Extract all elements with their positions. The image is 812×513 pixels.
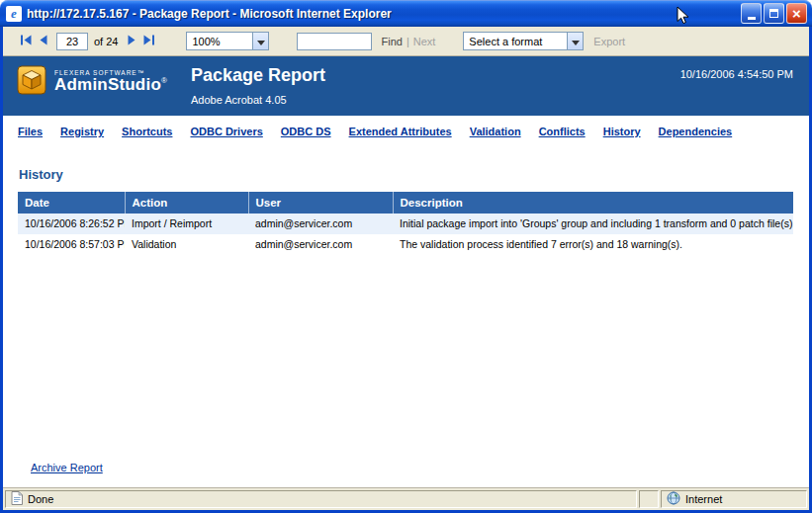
cell-date: 10/16/2006 8:26:52 PM [18,214,125,234]
format-dropdown[interactable]: Select a format [463,32,584,50]
table-row: 10/16/2006 8:57:03 PM Validation admin@s… [18,234,793,255]
first-page-icon [20,34,33,48]
nav-link-conflicts[interactable]: Conflicts [539,126,586,137]
internet-explorer-icon: e [6,6,22,22]
find-next-button[interactable]: Next [413,36,436,47]
adminstudio-logo: FLEXERA SOFTWARE™ AdminStudio® [17,65,177,99]
window-controls: × [741,3,807,24]
package-name: Adobe Acrobat 4.05 [191,94,325,106]
cell-action: Validation [125,234,248,255]
status-text: Done [28,493,53,505]
minimize-icon [748,17,756,20]
zoom-dropdown-button[interactable] [252,33,268,49]
column-header-description: Description [393,192,793,214]
page-title: Package Report [191,65,325,85]
report-toolbar: of 24 100% Find | Next Select a format [3,27,809,56]
nav-link-shortcuts[interactable]: Shortcuts [122,126,172,137]
cell-user: admin@servicer.com [248,234,393,255]
export-button[interactable]: Export [593,36,625,47]
close-icon: × [792,6,801,21]
nav-link-files[interactable]: Files [18,126,43,137]
internet-globe-icon [667,491,680,507]
nav-link-dependencies[interactable]: Dependencies [659,126,733,137]
first-page-button[interactable] [17,32,36,50]
column-header-date: Date [18,192,125,214]
format-dropdown-button[interactable] [567,33,583,49]
cell-user: admin@servicer.com [248,214,393,234]
previous-page-button[interactable] [36,32,51,50]
last-page-icon [142,34,155,48]
report-datetime: 10/16/2006 4:54:50 PM [680,65,793,80]
cell-description: The validation process identified 7 erro… [393,234,793,255]
page-status-icon [11,491,23,507]
report-title-block: Package Report Adobe Acrobat 4.05 [191,65,325,106]
column-header-action: Action [125,192,248,214]
chevron-down-icon [257,36,265,47]
page-content: FLEXERA SOFTWARE™ AdminStudio® Package R… [3,56,809,487]
close-button[interactable]: × [786,3,807,24]
browser-window: e http://172.17.5.167 - Package Report -… [0,0,812,513]
table-row: 10/16/2006 8:26:52 PM Import / Reimport … [18,214,793,234]
nav-link-extended-attributes[interactable]: Extended Attributes [349,126,452,137]
previous-page-icon [39,34,48,48]
next-page-button[interactable] [124,32,139,50]
security-zone-panel: Internet [661,490,807,508]
section-nav: Files Registry Shortcuts ODBC Drivers OD… [3,116,809,145]
maximize-button[interactable] [764,3,784,24]
statusbar: Done Internet [3,487,809,510]
content-spacer [3,255,809,458]
nav-link-odbc-ds[interactable]: ODBC DS [281,126,331,137]
chevron-down-icon [572,36,580,47]
nav-link-registry[interactable]: Registry [60,126,104,137]
minimize-button[interactable] [741,3,762,24]
history-table: Date Action User Description 10/16/2006 … [18,192,793,255]
brand-name-label: AdminStudio® [54,76,167,95]
brand-text: FLEXERA SOFTWARE™ AdminStudio® [54,69,167,95]
adminstudio-logo-icon [17,65,46,99]
cell-description: Initial package import into 'Groups' gro… [393,214,793,234]
find-input[interactable] [297,33,372,50]
nav-link-odbc-drivers[interactable]: ODBC Drivers [190,126,262,137]
cell-action: Import / Reimport [125,214,248,234]
window-frame: of 24 100% Find | Next Select a format [0,27,812,513]
zoom-dropdown[interactable]: 100% [186,32,269,50]
find-button[interactable]: Find [381,36,402,47]
window-title: http://172.17.5.167 - Package Report - M… [27,7,736,21]
report-header: FLEXERA SOFTWARE™ AdminStudio® Package R… [3,56,809,116]
format-value: Select a format [464,33,567,49]
security-zone-text: Internet [685,493,722,505]
nav-link-validation[interactable]: Validation [470,126,521,137]
column-header-user: User [248,192,393,214]
last-page-button[interactable] [139,32,158,50]
find-next-separator: | [406,36,409,47]
next-page-icon [127,34,136,48]
page-count-label: of 24 [94,36,118,47]
archive-report-link[interactable]: Archive Report [31,462,103,473]
page-number-input[interactable] [56,33,88,50]
maximize-icon [769,9,778,18]
history-section-heading: History [19,167,809,182]
zoom-value: 100% [187,33,252,49]
cell-date: 10/16/2006 8:57:03 PM [18,234,125,255]
titlebar[interactable]: e http://172.17.5.167 - Package Report -… [0,0,812,27]
status-spacer-panel [639,490,659,508]
status-panel: Done [5,490,637,508]
nav-link-history[interactable]: History [603,126,641,137]
table-header-row: Date Action User Description [18,192,793,214]
